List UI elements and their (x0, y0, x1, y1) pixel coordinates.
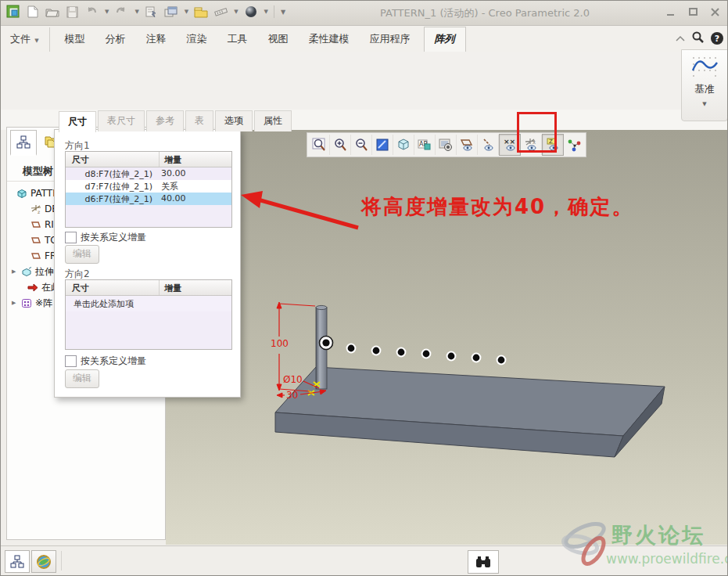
column-header-dimension: 尺寸 (66, 152, 160, 167)
tab-analysis[interactable]: 分析 (95, 27, 136, 52)
direction2-table[interactable]: 尺寸 增量 单击此处添加项 (65, 279, 232, 350)
model-tree-title: 模型树 (23, 164, 53, 178)
search-icon[interactable] (692, 31, 704, 45)
close-window-button[interactable] (194, 5, 208, 19)
tab-pattern-active[interactable]: 阵列 (424, 27, 466, 52)
minimize-button[interactable] (664, 6, 678, 18)
expand-caret-icon: ▶ (12, 268, 18, 275)
display-style-button[interactable] (393, 135, 414, 155)
column-header-increment: 增量 (160, 280, 231, 295)
zoom-window-button[interactable] (309, 135, 330, 155)
table-row[interactable]: d8:F7(拉伸_2_1)30.00 (66, 167, 231, 180)
add-item-placeholder-row[interactable]: 单击此处添加项 (66, 296, 231, 311)
toggle-model-tree-button[interactable] (5, 550, 30, 573)
maximize-button[interactable] (686, 6, 700, 18)
tab-view[interactable]: 视图 (258, 27, 299, 52)
relation-increment-checkbox-row[interactable]: 按关系定义增量 (65, 231, 146, 244)
measure-dropdown-icon[interactable]: ▼ (234, 9, 238, 15)
relation-increment-checkbox-row-2[interactable]: 按关系定义增量 (65, 355, 146, 368)
height-dimension: 100 (271, 338, 289, 349)
panel-tab-tables[interactable]: 表 (185, 110, 213, 131)
zoom-out-button[interactable] (351, 135, 372, 155)
regenerate-button[interactable] (145, 5, 159, 19)
extrude-icon (21, 267, 32, 277)
dimension-labels: 100 Ø10 30 (271, 338, 303, 401)
app-icon (6, 5, 20, 19)
pattern-instance-dots (320, 337, 507, 365)
annotation-display-button[interactable]: AB (414, 135, 436, 155)
tab-render[interactable]: 渲染 (177, 27, 217, 52)
tab-applications[interactable]: 应用程序 (360, 27, 421, 52)
measure-button[interactable] (213, 5, 228, 19)
edit-button-direction1[interactable]: 编辑 (65, 245, 99, 264)
windows-dropdown-icon[interactable]: ▼ (185, 9, 188, 15)
status-bar: 选择了 3 项 尺寸 ▼ (0, 545, 728, 576)
axis-display-button[interactable] (478, 135, 499, 155)
search-tool-button[interactable] (468, 550, 499, 574)
tab-flex-modeling[interactable]: 柔性建模 (299, 27, 360, 52)
direction1-table[interactable]: 尺寸 增量 d8:F7(拉伸_2_1)30.00 d7:F7(拉伸_2_1)关系… (65, 151, 232, 228)
help-icon[interactable]: ? (711, 32, 723, 45)
web-browser-button[interactable] (31, 550, 56, 573)
svg-text:z: z (38, 209, 40, 214)
tab-tools[interactable]: 工具 (217, 27, 258, 52)
plane-display-button[interactable] (457, 135, 478, 155)
repaint-button[interactable] (372, 135, 393, 155)
panel-tab-references[interactable]: 参考 (146, 110, 184, 131)
render-dropdown-icon[interactable]: ▼ (264, 9, 268, 15)
pattern-icon (21, 298, 32, 308)
datum-dropdown-icon[interactable]: ▼ (682, 101, 727, 107)
table-row-selected[interactable]: d6:F7(拉伸_2_1)40.00 (66, 193, 231, 205)
column-header-dimension: 尺寸 (66, 280, 160, 295)
panel-tab-table-dimensions[interactable]: 表尺寸 (98, 110, 145, 131)
plane-icon (30, 251, 41, 261)
windows-button[interactable] (164, 5, 178, 19)
datum-group-label: 基准 (682, 82, 727, 96)
model-tree-tab[interactable] (10, 130, 37, 156)
tab-model[interactable]: 模型 (55, 27, 95, 52)
zoom-in-button[interactable] (330, 135, 351, 155)
undo-dropdown-icon[interactable]: ▼ (105, 9, 109, 15)
datum-curve-icon (690, 55, 719, 78)
undo-button[interactable] (84, 5, 99, 19)
minimize-ribbon-icon[interactable] (676, 33, 685, 44)
base-plate (275, 367, 665, 457)
close-button[interactable] (708, 6, 722, 18)
spin-center-button[interactable] (564, 135, 584, 155)
checkbox-icon (65, 232, 77, 243)
svg-text:××: ×× (504, 138, 515, 146)
datum-ribbon-group[interactable]: 基准 ▼ (681, 49, 728, 121)
panel-tab-properties[interactable]: 属性 (254, 110, 292, 131)
csys-icon: z (30, 204, 41, 214)
save-button[interactable] (65, 5, 79, 19)
qat-customize-icon[interactable]: ▼ (281, 9, 285, 16)
dimensions-panel: 方向1 尺寸 增量 d8:F7(拉伸_2_1)30.00 d7:F7(拉伸_2_… (54, 129, 241, 398)
render-sphere-button[interactable] (244, 5, 258, 19)
plane-icon (30, 236, 41, 245)
ok-button-highlight-annotation (517, 112, 557, 153)
panel-tab-dimensions[interactable]: 尺寸 (59, 111, 96, 132)
annotation-text: 将高度增量改为40，确定。 (361, 193, 633, 221)
checkbox-icon (65, 355, 77, 367)
edit-button-direction2[interactable]: 编辑 (65, 369, 99, 388)
redo-button[interactable] (114, 5, 128, 19)
new-file-button[interactable] (26, 5, 40, 19)
table-row[interactable]: d7:F7(拉伸_2_1)关系 (66, 180, 231, 193)
tab-file[interactable]: 文件 ▼ (0, 27, 50, 52)
browser-globe-icon (36, 554, 52, 570)
ribbon-tab-bar: 文件 ▼ 模型 分析 注释 渲染 工具 视图 柔性建模 应用程序 阵列 (0, 26, 728, 52)
binoculars-icon (475, 556, 491, 568)
tab-annotate[interactable]: 注释 (136, 27, 177, 52)
redo-dropdown-icon[interactable]: ▼ (134, 9, 138, 15)
quick-access-toolbar: ▼ ▼ ▼ ▼ ▼ ▼ (6, 5, 285, 19)
file-dropdown-icon: ▼ (34, 38, 38, 44)
status-separator (61, 551, 62, 571)
open-file-button[interactable] (45, 5, 59, 19)
panel-tab-options[interactable]: 选项 (215, 110, 253, 131)
panel-tab-strip: 尺寸 表尺寸 参考 表 选项 属性 (59, 110, 293, 131)
insert-here-icon (27, 283, 38, 292)
model-tree-icon (16, 135, 30, 149)
saved-views-button[interactable] (436, 135, 457, 155)
model-tree-toggle-icon (10, 555, 24, 569)
model-3d-scene[interactable]: 100 Ø10 30 (166, 130, 728, 545)
